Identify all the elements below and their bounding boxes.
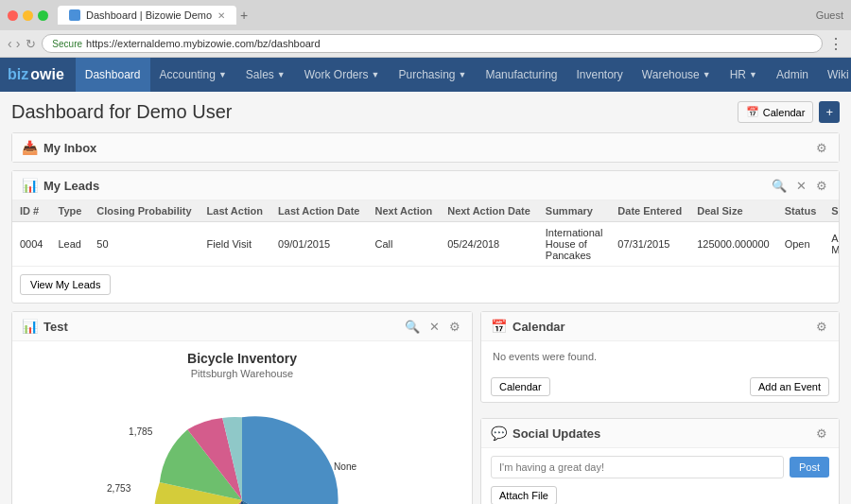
nav-item-admin[interactable]: Admin [767, 58, 818, 92]
nav-item-workorders[interactable]: Work Orders ▼ [295, 58, 390, 92]
leads-panel-header: 📊 My Leads 🔍 ✕ ⚙ [12, 171, 839, 200]
page-title: Dashboard for Demo User [11, 101, 232, 123]
leads-table-container: ID # Type Closing Probability Last Actio… [12, 200, 839, 267]
cell-date-entered: 07/31/2015 [610, 222, 689, 267]
social-input[interactable] [491, 456, 784, 478]
post-button[interactable]: Post [790, 457, 829, 478]
pie-chart-wrapper: None 7,185 2,382 3,572 997 571 [22, 387, 462, 504]
social-actions: ⚙ [814, 426, 829, 441]
col-next-action-date: Next Action Date [440, 200, 538, 222]
minimize-dot[interactable] [23, 10, 33, 21]
nav-item-accounting[interactable]: Accounting ▼ [150, 58, 236, 92]
test-actions: 🔍 ✕ ⚙ [403, 320, 462, 334]
browser-menu-button[interactable]: ⋮ [828, 35, 843, 53]
leads-table: ID # Type Closing Probability Last Actio… [12, 200, 839, 267]
nav-item-manufacturing[interactable]: Manufacturing [476, 58, 566, 92]
calendar-nav-button[interactable]: Calendar [491, 377, 550, 396]
col-status: Status [777, 200, 825, 222]
view-leads-button[interactable]: View My Leads [20, 274, 111, 295]
app-nav: bizowie Dashboard Accounting ▼ Sales ▼ W… [0, 58, 851, 92]
label-none: None [334, 461, 357, 472]
calendar-button[interactable]: 📅 Calendar [738, 101, 814, 123]
calendar-icon: 📅 [746, 106, 759, 118]
logo-owie: owie [30, 66, 64, 83]
calendar-panel-header: 📅 Calendar ⚙ [481, 312, 839, 341]
table-row: 0004 Lead 50 Field Visit 09/01/2015 Call… [12, 222, 839, 267]
tab-title: Dashboard | Bizowie Demo [86, 9, 212, 21]
close-dot[interactable] [8, 10, 18, 21]
refresh-button[interactable]: ↻ [26, 37, 36, 51]
col-sales-rep: Sales Rep [824, 200, 839, 222]
leads-icon: 📊 [22, 178, 38, 193]
social-title: Social Updates [512, 426, 814, 441]
address-bar[interactable]: Secure https://externaldemo.mybizowie.co… [42, 34, 823, 53]
col-closing-prob: Closing Probability [89, 200, 199, 222]
calendar-btn-label: Calendar [763, 107, 806, 118]
chart-title: Bicycle Inventory [187, 351, 297, 366]
main-content: Dashboard for Demo User 📅 Calendar + 📥 M… [0, 92, 851, 504]
leads-panel: 📊 My Leads 🔍 ✕ ⚙ ID # Type Closing Proba… [11, 170, 840, 304]
leads-config-button[interactable]: ⚙ [814, 179, 829, 193]
calendar-footer: Calendar Add an Event [481, 372, 839, 402]
test-close-button[interactable]: ✕ [427, 320, 442, 334]
test-title: Test [43, 320, 403, 334]
cell-status: Open [777, 222, 825, 267]
test-search-button[interactable]: 🔍 [403, 320, 422, 334]
cell-next-action-date: 05/24/2018 [440, 222, 538, 267]
col-last-action-date: Last Action Date [270, 200, 367, 222]
social-panel: 💬 Social Updates ⚙ Post Attach File [480, 418, 840, 504]
calendar-config-button[interactable]: ⚙ [814, 320, 829, 334]
label-1785: 1,785 [129, 426, 153, 437]
pie-chart-svg: None 7,185 2,382 3,572 997 571 [22, 387, 462, 504]
browser-nav-arrows: ‹ › [8, 36, 20, 51]
cell-deal-size: 125000.000000 [689, 222, 776, 267]
right-panels: 📅 Calendar ⚙ No events were found. Calen… [480, 311, 840, 504]
tab-close-button[interactable]: ✕ [217, 10, 225, 21]
add-event-button[interactable]: Add an Event [750, 377, 829, 396]
nav-items: Dashboard Accounting ▼ Sales ▼ Work Orde… [76, 58, 851, 92]
test-config-button[interactable]: ⚙ [447, 320, 462, 334]
inbox-title: My Inbox [43, 141, 814, 155]
inbox-actions: ⚙ [814, 141, 829, 155]
attach-file-btn-wrapper: Attach File [481, 486, 839, 504]
chart-subtitle: Pittsburgh Warehouse [191, 368, 293, 379]
cell-type: Lead [50, 222, 89, 267]
secure-badge: Secure [52, 39, 82, 49]
nav-item-hr[interactable]: HR ▼ [721, 58, 767, 92]
leads-close-button[interactable]: ✕ [794, 179, 808, 193]
back-button[interactable]: ‹ [8, 36, 12, 51]
nav-item-purchasing[interactable]: Purchasing ▼ [389, 58, 476, 92]
forward-button[interactable]: › [16, 36, 21, 51]
leads-search-button[interactable]: 🔍 [770, 179, 789, 193]
leads-table-header-row: ID # Type Closing Probability Last Actio… [12, 200, 839, 222]
browser-addressbar: ‹ › ↻ Secure https://externaldemo.mybizo… [0, 30, 851, 57]
new-tab-button[interactable]: + [240, 8, 248, 23]
calendar-actions: ⚙ [814, 320, 829, 334]
nav-item-sales[interactable]: Sales ▼ [236, 58, 295, 92]
test-panel: 📊 Test 🔍 ✕ ⚙ Bicycle Inventory Pittsburg… [11, 311, 473, 504]
col-deal-size: Deal Size [689, 200, 776, 222]
attach-file-button[interactable]: Attach File [491, 486, 557, 504]
add-widget-button[interactable]: + [819, 101, 840, 123]
address-text: https://externaldemo.mybizowie.com/bz/da… [86, 38, 321, 49]
nav-item-warehouse[interactable]: Warehouse ▼ [633, 58, 721, 92]
chart-container: Bicycle Inventory Pittsburgh Warehouse [12, 341, 472, 504]
nav-item-wiki[interactable]: Wiki [818, 58, 851, 92]
browser-tab[interactable]: Dashboard | Bizowie Demo ✕ [58, 6, 236, 25]
social-config-button[interactable]: ⚙ [814, 426, 829, 441]
logo-biz: biz [8, 66, 28, 83]
maximize-dot[interactable] [38, 10, 48, 21]
app-logo: bizowie [8, 66, 64, 83]
inbox-icon: 📥 [22, 140, 38, 155]
calendar-panel-title: Calendar [512, 320, 814, 334]
inbox-config-button[interactable]: ⚙ [814, 141, 829, 155]
cell-last-action-date: 09/01/2015 [270, 222, 367, 267]
col-id: ID # [12, 200, 50, 222]
nav-item-inventory[interactable]: Inventory [566, 58, 632, 92]
browser-chrome: Dashboard | Bizowie Demo ✕ + Guest ‹ › ↻… [0, 0, 851, 58]
browser-titlebar: Dashboard | Bizowie Demo ✕ + Guest [0, 0, 851, 30]
nav-item-dashboard[interactable]: Dashboard [76, 58, 150, 92]
header-actions: 📅 Calendar + [738, 101, 840, 123]
cell-last-action: Field Visit [200, 222, 271, 267]
cell-sales-rep: Aquilina, Michael J [824, 222, 839, 267]
